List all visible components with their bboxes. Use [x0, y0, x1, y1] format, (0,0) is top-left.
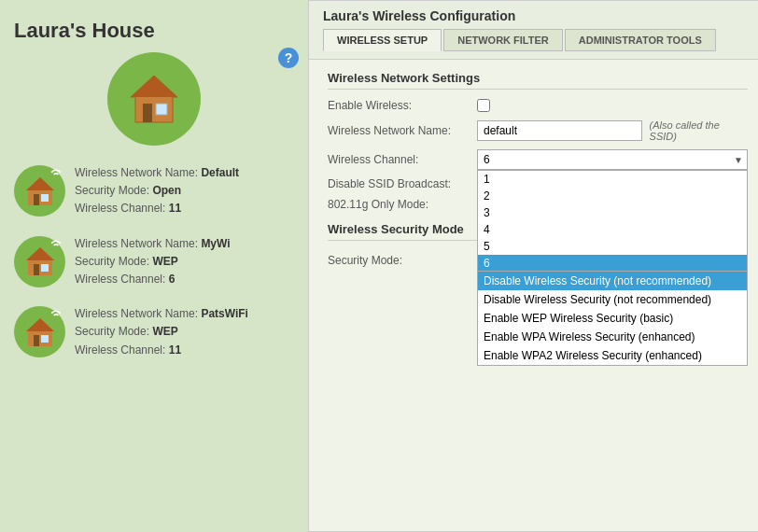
svg-rect-5 — [34, 194, 39, 205]
network-info-1: Wireless Network Name: Default Security … — [75, 164, 239, 218]
page-title: Laura's House — [14, 19, 294, 43]
svg-rect-2 — [156, 104, 167, 115]
house-circle — [107, 52, 201, 146]
info-badge[interactable]: ? — [278, 48, 299, 68]
network-item-3: Wireless Network Name: PatsWiFi Security… — [14, 305, 294, 359]
svg-rect-1 — [143, 104, 152, 122]
svg-rect-9 — [34, 264, 39, 275]
network-item-2: Wireless Network Name: MyWi Security Mod… — [14, 235, 294, 289]
wireless-channel-row: Wireless Channel: 6 ▼ 1 2 3 4 5 6 7 — [328, 149, 748, 170]
network-info-3: Wireless Network Name: PatsWiFi Security… — [75, 305, 248, 359]
wifi-icon-2 — [49, 238, 63, 249]
wireless-settings-title: Wireless Network Settings — [328, 71, 748, 90]
enable-wireless-checkbox[interactable] — [477, 99, 490, 112]
tab-administrator-tools[interactable]: ADMINISTRATOR TOOLS — [565, 29, 716, 51]
svg-marker-7 — [26, 177, 54, 190]
svg-rect-13 — [34, 335, 39, 346]
enable-wireless-control — [477, 99, 748, 112]
network-name-label: Wireless Network Name: — [328, 124, 477, 137]
security-mode-label: Security Mode: — [328, 250, 477, 267]
house-small-icon-1 — [22, 174, 58, 209]
channel-option-1[interactable]: 1 — [478, 171, 747, 188]
tab-network-filter[interactable]: NETWORK FILTER — [443, 29, 563, 51]
wifi-icon-3 — [49, 308, 63, 319]
house-small-icon-2 — [22, 244, 58, 279]
house-icon — [126, 71, 182, 127]
wireless-channel-control: 6 ▼ 1 2 3 4 5 6 7 8 9 10 11 — [477, 149, 748, 170]
channel-option-6[interactable]: 6 — [478, 255, 747, 272]
wireless-channel-label: Wireless Channel: — [328, 149, 477, 166]
svg-rect-10 — [41, 264, 49, 272]
house-icon-container: ? — [14, 52, 294, 146]
channel-option-2[interactable]: 2 — [478, 188, 747, 204]
security-option-4[interactable]: Enable WPA Wireless Security (enhanced) — [478, 328, 747, 346]
80211g-label: 802.11g Only Mode: — [328, 198, 477, 211]
network-icon-wrap-1 — [14, 165, 65, 217]
panel-header: Laura's Wireless Configuration WIRELESS … — [309, 1, 758, 60]
channel-dropdown[interactable]: 6 ▼ 1 2 3 4 5 6 7 8 9 10 11 — [477, 149, 748, 170]
disable-ssid-label: Disable SSID Broadcast: — [328, 177, 477, 190]
network-icon-wrap-3 — [14, 306, 65, 357]
svg-rect-14 — [41, 335, 49, 343]
network-name-control: (Also called the SSID) — [477, 119, 748, 142]
network-item-1: Wireless Network Name: Default Security … — [14, 164, 294, 218]
ssid-hint: (Also called the SSID) — [650, 119, 748, 142]
wifi-circle-1 — [14, 165, 65, 217]
channel-selected-value: 6 — [484, 153, 490, 166]
svg-marker-15 — [26, 318, 54, 331]
security-dropdown-list: Disable Wireless Security (not recommend… — [477, 271, 748, 366]
network-icon-wrap-2 — [14, 236, 65, 287]
enable-wireless-label: Enable Wireless: — [328, 99, 477, 112]
wifi-icon-1 — [49, 167, 63, 178]
channel-option-5[interactable]: 5 — [478, 238, 747, 255]
left-panel: Laura's House ? — [0, 0, 308, 532]
svg-marker-3 — [131, 76, 177, 97]
channel-option-3[interactable]: 3 — [478, 204, 747, 221]
panel-title: Laura's Wireless Configuration — [323, 8, 752, 23]
enable-wireless-row: Enable Wireless: — [328, 99, 748, 112]
wifi-circle-2 — [14, 236, 65, 287]
network-info-2: Wireless Network Name: MyWi Security Mod… — [75, 235, 231, 289]
tab-wireless-setup[interactable]: WIRELESS SETUP — [323, 29, 442, 51]
svg-marker-11 — [26, 247, 54, 260]
svg-rect-6 — [41, 194, 49, 202]
channel-option-4[interactable]: 4 — [478, 221, 747, 238]
network-name-input[interactable] — [477, 120, 642, 141]
wifi-circle-3 — [14, 306, 65, 357]
security-option-1[interactable]: Disable Wireless Security (not recommend… — [478, 272, 747, 290]
channel-selected[interactable]: 6 ▼ — [477, 149, 748, 170]
right-panel: Laura's Wireless Configuration WIRELESS … — [308, 0, 758, 532]
house-small-icon-3 — [22, 315, 58, 350]
security-option-5[interactable]: Enable WPA2 Wireless Security (enhanced) — [478, 346, 747, 365]
tabs-container: WIRELESS SETUP NETWORK FILTER ADMINISTRA… — [323, 29, 752, 51]
panel-body: Wireless Network Settings Enable Wireles… — [309, 60, 758, 531]
security-option-3[interactable]: Enable WEP Wireless Security (basic) — [478, 309, 747, 328]
network-name-row: Wireless Network Name: (Also called the … — [328, 119, 748, 142]
security-option-2[interactable]: Disable Wireless Security (not recommend… — [478, 290, 747, 309]
channel-dropdown-arrow: ▼ — [734, 155, 743, 165]
